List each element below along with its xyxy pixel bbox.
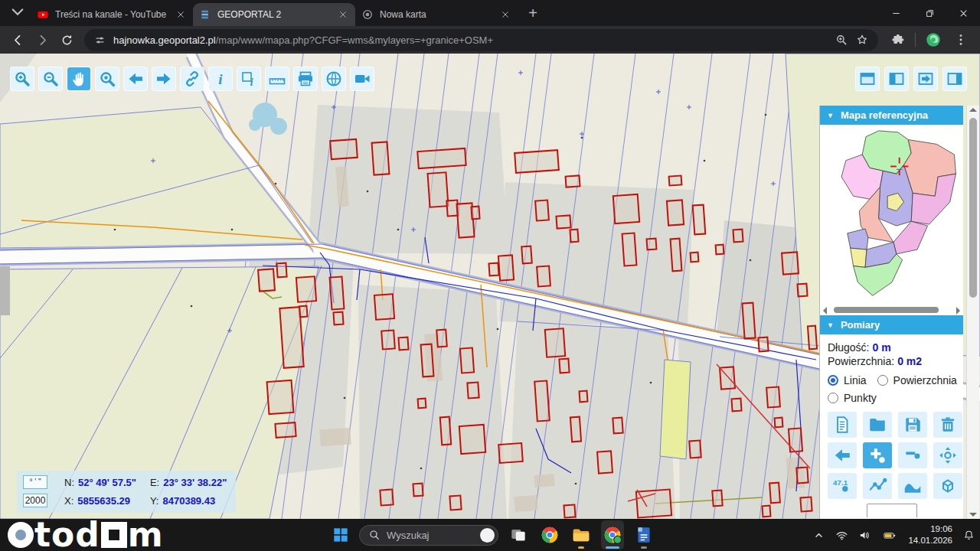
profile-button[interactable]	[898, 473, 927, 499]
scroll-up-icon[interactable]	[969, 108, 977, 112]
measure-button[interactable]	[266, 67, 289, 90]
battery-icon[interactable]	[881, 529, 898, 542]
notifications-icon[interactable]	[962, 529, 975, 542]
layout-right-button[interactable]	[943, 67, 966, 90]
tab-close-icon[interactable]	[175, 8, 187, 21]
bookmark-star-icon[interactable]	[855, 33, 869, 47]
zoom-out-button[interactable]	[39, 67, 62, 90]
side-panel: ▼ Mapa referencyjna ▼ Pomiary Długość:0 …	[819, 106, 963, 519]
polyline-button[interactable]	[863, 473, 892, 499]
back-button[interactable]	[124, 67, 147, 90]
scroll-down-icon[interactable]	[969, 513, 977, 517]
back-button[interactable]	[6, 28, 29, 51]
tab-geoportal[interactable]: GEOPORTAL 2	[193, 3, 355, 26]
new-tab-button[interactable]: +	[522, 2, 544, 24]
scrollbar-thumb[interactable]	[969, 118, 977, 298]
restore-button[interactable]	[913, 0, 946, 26]
pomiary-header[interactable]: ▼ Pomiary	[820, 315, 963, 334]
globe-button[interactable]	[322, 67, 345, 90]
volume-icon[interactable]	[858, 529, 871, 542]
youtube-icon	[37, 8, 49, 21]
taskbar-search[interactable]: Wyszukaj	[359, 525, 498, 546]
scale-input[interactable]: 2000	[23, 494, 47, 507]
link-button[interactable]	[181, 67, 204, 90]
svg-text:i: i	[218, 71, 223, 87]
minimize-button[interactable]	[879, 0, 913, 26]
stream-button[interactable]	[351, 67, 374, 90]
profile-avatar[interactable]	[925, 31, 942, 48]
forward-button[interactable]	[152, 67, 175, 90]
radio-punkty[interactable]: Punkty	[828, 392, 877, 404]
page-zoom-icon[interactable]	[835, 33, 848, 47]
tab-search-button[interactable]	[6, 2, 29, 24]
newtab-icon	[361, 8, 374, 21]
tab-close-icon[interactable]	[337, 8, 349, 21]
wifi-icon[interactable]	[835, 529, 848, 542]
radio-dot	[828, 393, 838, 403]
area-readout: Powierzchnia:0 m2	[828, 355, 956, 367]
menu-kebab-icon[interactable]	[953, 32, 969, 47]
cube-button[interactable]	[933, 473, 962, 499]
address-bar[interactable]: hajnowka.geoportal2.pl/map/www/mapa.php?…	[84, 29, 878, 51]
undo-arrow-button[interactable]	[828, 442, 857, 468]
page-scrollbar-vertical[interactable]	[966, 106, 979, 519]
delete-button[interactable]	[933, 412, 962, 438]
minimap-scrollbar-horizontal[interactable]	[822, 305, 962, 315]
url-text: hajnowka.geoportal2.pl/map/www/mapa.php?…	[113, 34, 828, 46]
print-button[interactable]	[294, 67, 317, 90]
scroll-left-icon[interactable]	[823, 307, 827, 315]
chrome-active-icon	[603, 525, 622, 545]
scroll-right-icon[interactable]	[956, 307, 960, 315]
windows-taskbar: todm Wyszukaj 19:06 14.01.2026	[0, 519, 980, 551]
measurement-tools-grid: 47.1	[828, 412, 956, 499]
chrome-icon	[540, 525, 560, 545]
clipped-button[interactable]	[867, 504, 917, 517]
layout-top-button[interactable]	[856, 67, 879, 90]
radio-powierzchnia[interactable]: Powierzchnia	[877, 374, 957, 386]
tab-close-icon[interactable]	[499, 8, 511, 21]
chrome-app-button[interactable]	[538, 520, 561, 549]
zoom-in-button[interactable]	[11, 67, 34, 90]
close-button[interactable]	[946, 0, 980, 26]
pan-button[interactable]	[67, 67, 90, 90]
layout-left-button[interactable]	[885, 67, 908, 90]
geoportal-icon	[199, 8, 211, 21]
task-view-button[interactable]	[507, 520, 530, 549]
remove-point-button[interactable]	[898, 442, 927, 468]
reload-button[interactable]	[55, 28, 78, 51]
zoom-extent-button[interactable]	[96, 67, 119, 90]
tab-label: Nowa karta	[380, 9, 493, 20]
new-doc-button[interactable]	[828, 412, 857, 438]
collapsed-panel-handle[interactable]	[0, 266, 10, 315]
forward-button[interactable]	[31, 28, 54, 51]
extensions-icon[interactable]	[890, 32, 905, 47]
coord-y: Y:8470389.43	[150, 495, 227, 507]
coords-47-button[interactable]: 47.1	[828, 473, 857, 499]
running-indicator	[641, 546, 647, 549]
site-info-icon[interactable]	[93, 34, 106, 47]
reference-map-header[interactable]: ▼ Mapa referencyjna	[820, 106, 963, 125]
identify-button[interactable]: i	[237, 67, 260, 90]
scrollbar-thumb[interactable]	[834, 307, 939, 313]
add-point-button[interactable]	[863, 442, 892, 468]
windows-start-button[interactable]	[331, 525, 351, 545]
map-viewport[interactable]: ii ▼ Mapa referencyjna ▼ Pomiary Długość…	[0, 54, 980, 519]
dms-format-button[interactable]: ° ' "	[23, 475, 47, 489]
taskbar-center: Wyszukaj	[331, 519, 655, 551]
info-button[interactable]: i	[209, 67, 232, 90]
radio-linia[interactable]: Linia	[828, 374, 867, 386]
folder-button[interactable]	[863, 412, 892, 438]
save-button[interactable]	[898, 412, 927, 438]
file-explorer-button[interactable]	[570, 520, 593, 549]
tab-nowa-karta[interactable]: Nowa karta	[355, 3, 518, 26]
writer-doc-button[interactable]	[632, 520, 655, 549]
reference-minimap[interactable]	[820, 125, 963, 305]
taskbar-clock[interactable]: 19:06 14.01.2026	[908, 523, 952, 546]
move-button[interactable]	[933, 442, 962, 468]
layout-expand-button[interactable]	[914, 67, 937, 90]
tab-youtube[interactable]: Treści na kanale - YouTube Stud	[31, 3, 193, 26]
chrome-active-button[interactable]	[601, 520, 624, 549]
pomiary-body: Długość:0 m Powierzchnia:0 m2 Linia Powi…	[820, 334, 963, 517]
tray-chevron-up-icon[interactable]	[812, 529, 825, 542]
coord-x: X:5855635.29	[64, 495, 136, 507]
